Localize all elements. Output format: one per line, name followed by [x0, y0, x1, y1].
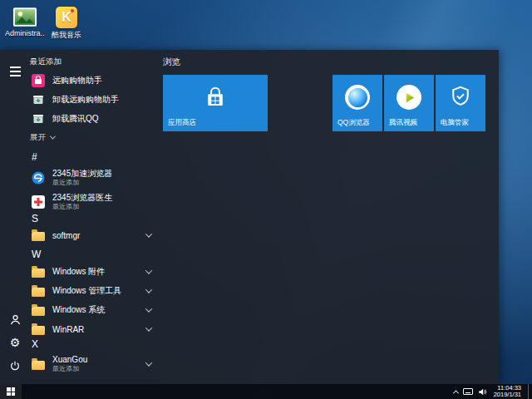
chevron-up-icon [453, 390, 459, 396]
app-item-label: 卸载腾讯QQ [52, 113, 99, 125]
speed-browser-icon [32, 171, 45, 185]
chevron-down-icon [50, 133, 56, 139]
user-icon [9, 313, 22, 326]
desktop-icon-kuwo-music[interactable]: 酷我音乐 [47, 7, 86, 41]
app-item-label: 远购购物助手 [52, 75, 102, 86]
tile-label: 电脑管家 [441, 118, 469, 128]
folder-item-windows-accessories[interactable]: Windows 附件 [30, 263, 156, 281]
tile-label: 应用商店 [168, 118, 196, 128]
section-letter-w[interactable]: W [32, 249, 48, 262]
power-icon [9, 360, 21, 372]
tile-qq-browser[interactable]: QQ浏览器 [332, 75, 382, 131]
chevron-down-icon [145, 305, 152, 312]
hidden-icons-button[interactable] [454, 384, 458, 399]
user-files-icon [12, 7, 37, 27]
tile-tencent-video[interactable]: 腾讯视频 [384, 75, 434, 131]
system-tray: 11:04:33 2019/1/31 [454, 384, 532, 399]
app-item-uninstall-shopping-assistant[interactable]: 卸载远购购物助手 [30, 91, 156, 109]
chevron-down-icon [145, 267, 152, 273]
chevron-down-icon [145, 230, 152, 237]
uninstaller-icon [32, 112, 45, 126]
folder-icon [32, 361, 45, 370]
kuwo-music-icon [56, 7, 77, 28]
folder-icon [32, 307, 45, 316]
start-menu: ⚙ 最近添加 远购购物助手 卸载远购购物助手 [0, 50, 499, 384]
chevron-down-icon [145, 324, 152, 331]
settings-button[interactable]: ⚙ [7, 334, 23, 351]
chevron-down-icon [145, 359, 152, 366]
app-item-label: 2345浏览器医生 [52, 193, 112, 202]
app-item-sublabel: 最近添加 [52, 178, 112, 187]
start-button[interactable] [0, 384, 22, 399]
expand-label: 展开 [30, 132, 46, 143]
keyboard-icon [463, 388, 473, 395]
uninstaller-icon [32, 93, 45, 106]
volume-button[interactable] [478, 384, 487, 399]
tile-label: 腾讯视频 [389, 118, 417, 128]
app-item-label: Windows 附件 [52, 266, 105, 278]
section-letter-x[interactable]: X [32, 338, 48, 352]
tencent-video-icon [384, 85, 434, 110]
folder-item-windows-system[interactable]: Windows 系统 [30, 301, 156, 319]
folder-item-xuangou[interactable]: XuanGou 最近添加 [30, 352, 156, 376]
shopping-assistant-icon [32, 74, 45, 87]
folder-icon [32, 326, 45, 335]
app-item-sublabel: 最近添加 [52, 202, 112, 211]
browser-doctor-icon [32, 195, 45, 209]
clock-date: 2019/1/31 [494, 392, 521, 399]
touch-keyboard-button[interactable] [463, 384, 473, 399]
power-button[interactable] [7, 357, 23, 374]
app-item-uninstall-qq[interactable]: 卸载腾讯QQ [30, 110, 156, 128]
taskbar: 11:04:33 2019/1/31 [0, 384, 532, 399]
folder-item-softmgr[interactable]: softmgr [30, 226, 156, 244]
desktop-icon-administrator[interactable]: Administra... [5, 7, 45, 37]
desktop-icon-label: Administra... [5, 29, 45, 37]
app-item-label: 卸载远购购物助手 [52, 94, 119, 106]
section-letter-s[interactable]: S [32, 213, 48, 226]
app-item-sublabel: 最近添加 [52, 364, 87, 373]
app-item-2345-browser[interactable]: 2345加速浏览器 最近添加 [30, 165, 156, 190]
tile-app-store[interactable]: 应用商店 [163, 75, 268, 131]
gear-icon: ⚙ [10, 337, 21, 348]
taskbar-clock[interactable]: 11:04:33 2019/1/31 [492, 385, 523, 399]
app-item-label: WinRAR [52, 325, 84, 334]
section-letter-hash[interactable]: # [32, 151, 48, 165]
app-item-label: Windows 管理工具 [52, 285, 121, 297]
user-account-button[interactable] [7, 311, 23, 328]
app-item-label: softmgr [52, 231, 80, 240]
tile-group-title: 浏览 [163, 57, 180, 68]
folder-item-winrar[interactable]: WinRAR [30, 320, 156, 338]
desktop-icon-label: 酷我音乐 [52, 30, 81, 41]
windows-logo-icon [7, 387, 15, 396]
qq-browser-icon [332, 85, 382, 110]
app-item-label: Windows 系统 [52, 304, 105, 316]
app-item-label: 2345加速浏览器 [52, 169, 112, 178]
tile-pc-manager[interactable]: 电脑管家 [436, 75, 485, 131]
app-item-shopping-assistant[interactable]: 远购购物助手 [30, 71, 156, 90]
expand-button[interactable]: 展开 [30, 131, 55, 143]
show-desktop-button[interactable] [528, 384, 532, 399]
folder-item-windows-admin-tools[interactable]: Windows 管理工具 [30, 282, 156, 300]
desktop: Administra... 酷我音乐 ⚙ 最近添加 [0, 0, 532, 399]
speaker-icon [478, 387, 487, 397]
app-item-label: XuanGou [52, 355, 87, 364]
hamburger-icon [10, 66, 21, 76]
menu-hamburger-button[interactable] [7, 63, 23, 80]
folder-icon [32, 268, 45, 278]
app-item-browser-doctor[interactable]: 2345浏览器医生 最近添加 [30, 190, 156, 214]
folder-icon [32, 288, 45, 297]
tile-label: QQ浏览器 [337, 118, 370, 128]
recently-added-header: 最近添加 [30, 57, 62, 67]
chevron-down-icon [145, 286, 152, 293]
shield-icon [436, 85, 485, 108]
store-icon [163, 85, 268, 110]
folder-icon [32, 232, 45, 241]
